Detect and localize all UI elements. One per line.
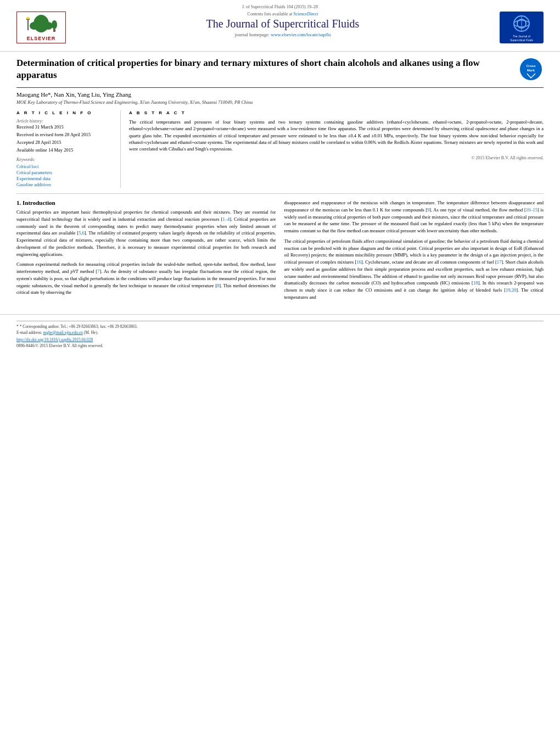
svg-point-7 xyxy=(52,20,57,29)
doi-link[interactable]: http://dx.doi.org/10.1016/j.supflu.2015.… xyxy=(16,337,93,342)
body-left-column: 1. Introduction Critical properties are … xyxy=(16,199,276,304)
accepted-date: Accepted 28 April 2015 xyxy=(16,140,114,145)
svg-point-6 xyxy=(26,17,30,19)
right-paragraph-1: disappearance and reappearance of the me… xyxy=(284,199,544,235)
available-date: Available online 14 May 2015 xyxy=(16,147,114,153)
keywords-section: Keywords: Critical loci Critical paramet… xyxy=(16,157,114,187)
revised-date: Received in revised form 28 April 2015 xyxy=(16,132,114,137)
ref-19-20[interactable]: 19,20 xyxy=(506,287,516,293)
ref-7[interactable]: 7 xyxy=(97,269,99,274)
homepage-url[interactable]: www.elsevier.com/locate/supflu xyxy=(271,32,331,37)
authors: Maogang He*, Nan Xin, Yang Liu, Ying Zha… xyxy=(16,91,544,98)
email-name: (M. He). xyxy=(84,330,98,335)
received-date: Received 31 March 2015 xyxy=(16,124,114,130)
footnote-email: E-mail address: mghe@mail.xjtu.edu.cn (M… xyxy=(16,330,544,335)
svg-text:Mark: Mark xyxy=(527,69,535,72)
crossmark-icon: Cross Mark xyxy=(519,57,544,82)
elsevier-text: ELSEVIER xyxy=(27,36,56,41)
footnote-author: * * Corresponding author. Tel.: +86 29 8… xyxy=(16,324,544,329)
elsevier-tree-icon xyxy=(25,14,58,33)
journal-logo: The Journal of Supercritical Fluids xyxy=(500,12,544,43)
keyword-3[interactable]: Experimental data xyxy=(16,176,114,181)
article-history-label: Article history: xyxy=(16,119,114,124)
article-info-column: A R T I C L E I N F O Article history: R… xyxy=(16,110,121,188)
section-title-text: Introduction xyxy=(23,199,55,206)
intro-paragraph-1: Critical properties are important basic … xyxy=(16,209,276,258)
journal-homepage: journal homepage: www.elsevier.com/locat… xyxy=(77,32,489,37)
svg-point-2 xyxy=(30,22,38,30)
crossmark-badge: Cross Mark xyxy=(519,57,544,83)
ref-16[interactable]: 16 xyxy=(356,259,361,265)
email-link[interactable]: mghe@mail.xjtu.edu.cn xyxy=(43,330,83,335)
affiliation: MOE Key Laboratory of Thermo-Fluid Scien… xyxy=(16,99,544,105)
abstract-text: The critical temperatures and pressures … xyxy=(129,119,544,153)
ref-5-6[interactable]: 5,6 xyxy=(79,230,85,236)
journal-logo-icon: The Journal of Supercritical Fluids xyxy=(500,12,544,43)
page: J. of Supercritical Fluids 104 (2015) 19… xyxy=(0,0,560,742)
right-paragraph-2: The critical properties of petroleum flu… xyxy=(284,238,544,301)
info-abstract-section: A R T I C L E I N F O Article history: R… xyxy=(16,110,544,194)
keywords-label: Keywords: xyxy=(16,157,114,162)
abstract-header: A B S T R A C T xyxy=(129,110,544,115)
ref-18[interactable]: 18 xyxy=(473,280,478,286)
ref-1-4[interactable]: 1–4 xyxy=(222,216,229,222)
email-label: E-mail address: xyxy=(16,330,42,335)
ref-9[interactable]: 9 xyxy=(427,207,429,213)
svg-point-3 xyxy=(44,22,53,30)
copyright: © 2015 Elsevier B.V. All rights reserved… xyxy=(129,155,544,160)
keyword-1[interactable]: Critical loci xyxy=(16,164,114,169)
ref-10-15[interactable]: 10–15 xyxy=(526,207,537,213)
main-body: 1. Introduction Critical properties are … xyxy=(16,199,544,304)
issn-line: 0896-8446/© 2015 Elsevier B.V. All right… xyxy=(16,343,544,348)
svg-text:Cross: Cross xyxy=(526,64,536,68)
keyword-4[interactable]: Gasoline additives xyxy=(16,182,114,187)
ref-8[interactable]: 8 xyxy=(217,283,219,288)
article-content: Determination of critical properties for… xyxy=(0,52,560,310)
svg-text:Supercritical Fluids: Supercritical Fluids xyxy=(510,38,534,42)
sciencedirect-link[interactable]: ScienceDirect xyxy=(294,12,318,16)
page-footer: * * Corresponding author. Tel.: +86 29 8… xyxy=(0,314,560,353)
contents-available: Contents lists available at ScienceDirec… xyxy=(77,12,489,16)
journal-title: The Journal of Supercritical Fluids xyxy=(77,18,489,30)
ref-17[interactable]: 17 xyxy=(497,259,502,265)
journal-title-area: Contents lists available at ScienceDirec… xyxy=(66,12,500,37)
svg-rect-4 xyxy=(27,19,29,30)
introduction-title: 1. Introduction xyxy=(16,199,276,206)
body-right-column: disappearance and reappearance of the me… xyxy=(284,199,544,304)
article-info-header: A R T I C L E I N F O xyxy=(16,110,114,115)
svg-rect-8 xyxy=(53,29,55,32)
elsevier-logo: ELSEVIER xyxy=(16,12,66,43)
abstract-column: A B S T R A C T The critical temperature… xyxy=(129,110,544,188)
article-title-section: Determination of critical properties for… xyxy=(16,57,544,88)
footnote-text: * Corresponding author. Tel.: +86 29 826… xyxy=(20,324,138,329)
doi-line: http://dx.doi.org/10.1016/j.supflu.2015.… xyxy=(16,337,544,342)
intro-paragraph-2: Common experimental methods for measurin… xyxy=(16,261,276,296)
keyword-2[interactable]: Critical parameters xyxy=(16,170,114,175)
journal-header: J. of Supercritical Fluids 104 (2015) 19… xyxy=(0,0,560,52)
svg-text:The Journal of: The Journal of xyxy=(513,35,531,38)
article-title: Determination of critical properties for… xyxy=(16,57,519,81)
journal-ref: J. of Supercritical Fluids 104 (2015) 19… xyxy=(242,4,318,9)
section-number: 1. xyxy=(16,199,21,206)
